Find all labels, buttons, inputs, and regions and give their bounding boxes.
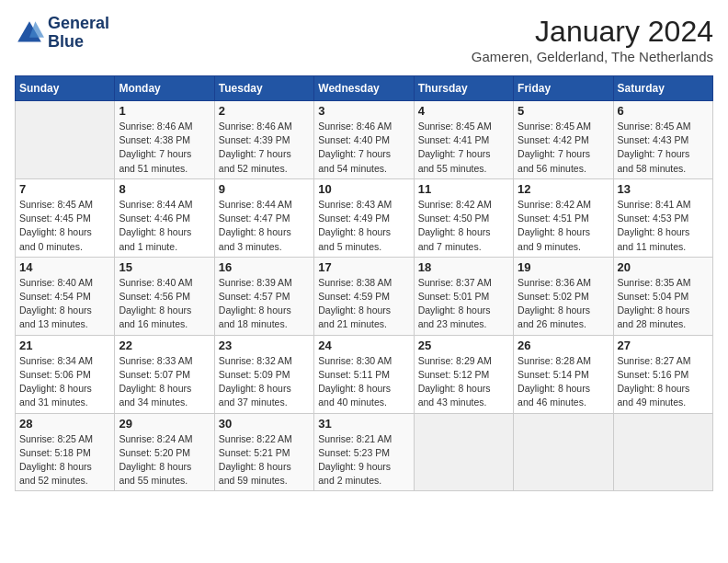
calendar-cell: 25Sunrise: 8:29 AM Sunset: 5:12 PM Dayli…	[414, 335, 513, 413]
weekday-header: Thursday	[414, 76, 513, 101]
day-number: 19	[518, 260, 609, 274]
day-info: Sunrise: 8:24 AM Sunset: 5:20 PM Dayligh…	[119, 432, 210, 488]
day-info: Sunrise: 8:42 AM Sunset: 4:51 PM Dayligh…	[518, 198, 609, 254]
calendar-cell	[16, 101, 115, 179]
day-number: 24	[318, 339, 409, 352]
day-info: Sunrise: 8:42 AM Sunset: 4:50 PM Dayligh…	[418, 198, 509, 254]
calendar-cell: 19Sunrise: 8:36 AM Sunset: 5:02 PM Dayli…	[514, 257, 613, 335]
day-number: 22	[119, 339, 210, 352]
day-number: 8	[119, 182, 210, 196]
day-info: Sunrise: 8:40 AM Sunset: 4:56 PM Dayligh…	[119, 276, 210, 332]
calendar-cell: 20Sunrise: 8:35 AM Sunset: 5:04 PM Dayli…	[613, 257, 712, 335]
calendar-cell: 5Sunrise: 8:45 AM Sunset: 4:42 PM Daylig…	[514, 101, 613, 179]
day-info: Sunrise: 8:22 AM Sunset: 5:21 PM Dayligh…	[219, 432, 310, 488]
day-info: Sunrise: 8:27 AM Sunset: 5:16 PM Dayligh…	[618, 354, 709, 410]
day-info: Sunrise: 8:37 AM Sunset: 5:01 PM Dayligh…	[418, 276, 509, 332]
day-number: 11	[418, 182, 509, 196]
calendar-cell	[514, 413, 613, 491]
calendar-cell: 3Sunrise: 8:46 AM Sunset: 4:40 PM Daylig…	[314, 101, 414, 179]
day-info: Sunrise: 8:35 AM Sunset: 5:04 PM Dayligh…	[618, 276, 709, 332]
day-number: 1	[119, 104, 210, 118]
day-info: Sunrise: 8:30 AM Sunset: 5:11 PM Dayligh…	[318, 354, 409, 410]
day-number: 3	[318, 104, 409, 118]
day-info: Sunrise: 8:33 AM Sunset: 5:07 PM Dayligh…	[119, 354, 210, 410]
weekday-header: Sunday	[16, 76, 115, 101]
day-number: 17	[318, 260, 409, 274]
logo: General Blue	[15, 15, 109, 52]
day-info: Sunrise: 8:46 AM Sunset: 4:39 PM Dayligh…	[219, 120, 310, 176]
day-info: Sunrise: 8:45 AM Sunset: 4:43 PM Dayligh…	[618, 120, 709, 176]
day-number: 21	[19, 339, 110, 352]
calendar-cell: 7Sunrise: 8:45 AM Sunset: 4:45 PM Daylig…	[16, 178, 115, 257]
day-number: 13	[618, 182, 709, 196]
day-number: 31	[318, 417, 409, 431]
day-info: Sunrise: 8:40 AM Sunset: 4:54 PM Dayligh…	[19, 276, 110, 332]
calendar-table: SundayMondayTuesdayWednesdayThursdayFrid…	[15, 75, 713, 491]
weekday-header: Tuesday	[214, 76, 313, 101]
calendar-cell: 8Sunrise: 8:44 AM Sunset: 4:46 PM Daylig…	[115, 178, 214, 257]
day-number: 20	[618, 260, 709, 274]
logo-icon	[15, 18, 44, 48]
calendar-cell: 13Sunrise: 8:41 AM Sunset: 4:53 PM Dayli…	[613, 178, 712, 257]
calendar-cell: 22Sunrise: 8:33 AM Sunset: 5:07 PM Dayli…	[115, 335, 214, 413]
calendar-cell	[613, 413, 712, 491]
day-info: Sunrise: 8:29 AM Sunset: 5:12 PM Dayligh…	[418, 354, 509, 410]
day-number: 15	[119, 260, 210, 274]
calendar-week-row: 1Sunrise: 8:46 AM Sunset: 4:38 PM Daylig…	[16, 101, 713, 179]
day-number: 12	[518, 182, 609, 196]
day-number: 27	[618, 339, 709, 352]
day-number: 23	[219, 339, 310, 352]
calendar-cell: 17Sunrise: 8:38 AM Sunset: 4:59 PM Dayli…	[314, 257, 414, 335]
weekday-header: Saturday	[613, 76, 712, 101]
calendar-week-row: 14Sunrise: 8:40 AM Sunset: 4:54 PM Dayli…	[16, 257, 713, 335]
day-info: Sunrise: 8:43 AM Sunset: 4:49 PM Dayligh…	[318, 198, 409, 254]
calendar-cell: 28Sunrise: 8:25 AM Sunset: 5:18 PM Dayli…	[16, 413, 115, 491]
day-number: 10	[318, 182, 409, 196]
calendar-cell: 10Sunrise: 8:43 AM Sunset: 4:49 PM Dayli…	[314, 178, 414, 257]
day-info: Sunrise: 8:32 AM Sunset: 5:09 PM Dayligh…	[219, 354, 310, 410]
location-title: Gameren, Gelderland, The Netherlands	[472, 49, 713, 64]
month-title: January 2024	[472, 15, 713, 49]
day-number: 4	[418, 104, 509, 118]
title-block: January 2024 Gameren, Gelderland, The Ne…	[472, 15, 713, 64]
calendar-cell: 6Sunrise: 8:45 AM Sunset: 4:43 PM Daylig…	[613, 101, 712, 179]
day-number: 26	[518, 339, 609, 352]
day-number: 2	[219, 104, 310, 118]
day-info: Sunrise: 8:41 AM Sunset: 4:53 PM Dayligh…	[618, 198, 709, 254]
day-info: Sunrise: 8:38 AM Sunset: 4:59 PM Dayligh…	[318, 276, 409, 332]
calendar-cell: 23Sunrise: 8:32 AM Sunset: 5:09 PM Dayli…	[214, 335, 313, 413]
calendar-cell: 12Sunrise: 8:42 AM Sunset: 4:51 PM Dayli…	[514, 178, 613, 257]
day-number: 25	[418, 339, 509, 352]
day-info: Sunrise: 8:44 AM Sunset: 4:47 PM Dayligh…	[219, 198, 310, 254]
day-number: 16	[219, 260, 310, 274]
calendar-cell: 24Sunrise: 8:30 AM Sunset: 5:11 PM Dayli…	[314, 335, 414, 413]
page-header: General Blue January 2024 Gameren, Gelde…	[15, 15, 713, 64]
calendar-cell: 21Sunrise: 8:34 AM Sunset: 5:06 PM Dayli…	[16, 335, 115, 413]
calendar-cell: 14Sunrise: 8:40 AM Sunset: 4:54 PM Dayli…	[16, 257, 115, 335]
day-info: Sunrise: 8:36 AM Sunset: 5:02 PM Dayligh…	[518, 276, 609, 332]
day-number: 18	[418, 260, 509, 274]
calendar-week-row: 7Sunrise: 8:45 AM Sunset: 4:45 PM Daylig…	[16, 178, 713, 257]
day-info: Sunrise: 8:25 AM Sunset: 5:18 PM Dayligh…	[19, 432, 110, 488]
weekday-header: Wednesday	[314, 76, 414, 101]
day-number: 9	[219, 182, 310, 196]
calendar-cell	[414, 413, 513, 491]
day-info: Sunrise: 8:46 AM Sunset: 4:38 PM Dayligh…	[119, 120, 210, 176]
weekday-header: Friday	[514, 76, 613, 101]
day-info: Sunrise: 8:45 AM Sunset: 4:42 PM Dayligh…	[518, 120, 609, 176]
calendar-week-row: 28Sunrise: 8:25 AM Sunset: 5:18 PM Dayli…	[16, 413, 713, 491]
calendar-cell: 1Sunrise: 8:46 AM Sunset: 4:38 PM Daylig…	[115, 101, 214, 179]
day-info: Sunrise: 8:46 AM Sunset: 4:40 PM Dayligh…	[318, 120, 409, 176]
calendar-cell: 30Sunrise: 8:22 AM Sunset: 5:21 PM Dayli…	[214, 413, 313, 491]
calendar-cell: 27Sunrise: 8:27 AM Sunset: 5:16 PM Dayli…	[613, 335, 712, 413]
day-info: Sunrise: 8:28 AM Sunset: 5:14 PM Dayligh…	[518, 354, 609, 410]
day-number: 6	[618, 104, 709, 118]
day-number: 14	[19, 260, 110, 274]
calendar-cell: 4Sunrise: 8:45 AM Sunset: 4:41 PM Daylig…	[414, 101, 513, 179]
calendar-cell: 16Sunrise: 8:39 AM Sunset: 4:57 PM Dayli…	[214, 257, 313, 335]
day-info: Sunrise: 8:34 AM Sunset: 5:06 PM Dayligh…	[19, 354, 110, 410]
weekday-header: Monday	[115, 76, 214, 101]
day-info: Sunrise: 8:45 AM Sunset: 4:45 PM Dayligh…	[19, 198, 110, 254]
logo-text: General Blue	[48, 15, 109, 52]
day-number: 30	[219, 417, 310, 431]
